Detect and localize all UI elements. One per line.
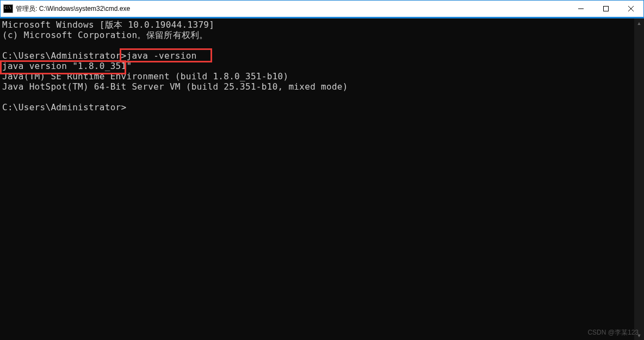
cmd-window: 管理员: C:\Windows\system32\cmd.exe Microso…: [0, 0, 644, 340]
close-button[interactable]: [618, 1, 643, 17]
titlebar[interactable]: 管理员: C:\Windows\system32\cmd.exe: [0, 0, 644, 17]
terminal-line: Java HotSpot(TM) 64-Bit Server VM (build…: [2, 81, 348, 92]
window-title: 管理员: C:\Windows\system32\cmd.exe: [16, 4, 130, 14]
terminal-area: Microsoft Windows [版本 10.0.19044.1379] (…: [0, 18, 644, 340]
terminal-line: (c) Microsoft Corporation。保留所有权利。: [2, 30, 208, 40]
scroll-up-icon[interactable]: ▲: [634, 18, 644, 28]
terminal-prompt: C:\Users\Administrator>: [2, 51, 126, 61]
maximize-button[interactable]: [593, 1, 618, 17]
cmd-icon: [1, 4, 16, 13]
watermark-text: CSDN @李某123: [587, 328, 639, 337]
svg-rect-1: [604, 7, 609, 11]
terminal-line: Microsoft Windows [版本 10.0.19044.1379]: [2, 20, 214, 30]
vertical-scrollbar[interactable]: ▲ ▼: [634, 18, 644, 340]
highlight-command: [120, 48, 212, 62]
terminal-prompt: C:\Users\Administrator>: [2, 102, 126, 112]
minimize-button[interactable]: [568, 1, 593, 17]
window-controls: [568, 1, 643, 17]
highlight-version: [0, 60, 126, 74]
